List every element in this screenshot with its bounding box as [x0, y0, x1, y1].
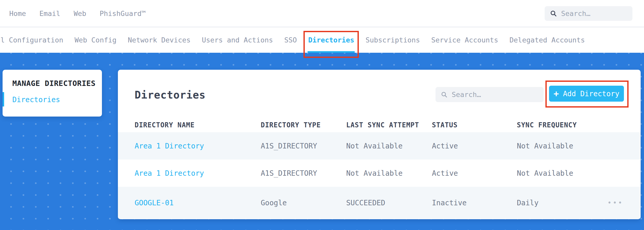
directories-panel: Directories + Add Directory DIRECTORY NA…	[118, 70, 641, 219]
directory-name-link[interactable]: GOOGLE-01	[135, 199, 261, 207]
row-actions-menu-icon[interactable]: •••	[607, 199, 624, 207]
directories-table: DIRECTORY NAMEDIRECTORY TYPELAST SYNC AT…	[118, 118, 641, 219]
tab-label: Web Config	[75, 36, 117, 44]
column-header-directory-name: DIRECTORY NAME	[135, 121, 261, 129]
status-cell: Active	[432, 142, 517, 150]
table-row: Area 1 DirectoryA1S_DIRECTORYNot Availab…	[118, 160, 641, 187]
tab-l-configuration[interactable]: l Configuration	[1, 27, 63, 53]
table-search[interactable]	[436, 87, 544, 102]
directory-type-cell: Google	[261, 199, 346, 207]
global-search-input[interactable]	[561, 10, 627, 17]
active-item-indicator	[3, 92, 4, 107]
tab-service-accounts[interactable]: Service Accounts	[431, 27, 498, 53]
table-row: Area 1 DirectoryA1S_DIRECTORYNot Availab…	[118, 132, 641, 160]
tab-label: Network Devices	[128, 36, 190, 44]
tab-sso[interactable]: SSO	[284, 27, 297, 53]
status-cell: Inactive	[432, 199, 517, 207]
tab-label: l Configuration	[1, 36, 63, 44]
last-sync-cell: Not Available	[346, 169, 432, 178]
primary-nav: HomeEmailWebPhishGuard™	[0, 10, 146, 17]
column-header-directory-type: DIRECTORY TYPE	[261, 121, 346, 129]
nav-item-phishguard[interactable]: PhishGuard™	[100, 10, 146, 17]
global-search[interactable]	[545, 6, 632, 21]
manage-directories-card: MANAGE DIRECTORIES Directories	[3, 70, 102, 117]
side-card-title: MANAGE DIRECTORIES	[3, 70, 102, 88]
search-icon	[441, 91, 448, 98]
sidebar-item-directories[interactable]: Directories	[3, 95, 102, 104]
tab-label: SSO	[284, 36, 297, 44]
plus-icon: +	[554, 89, 559, 98]
tab-web-config[interactable]: Web Config	[75, 27, 117, 53]
tab-delegated-accounts[interactable]: Delegated Accounts	[510, 27, 585, 53]
column-header-last-sync-attempt: LAST SYNC ATTEMPT	[346, 121, 432, 129]
sync-frequency-cell: Not Available	[517, 142, 607, 150]
column-header-sync-frequency: SYNC FREQUENCY	[517, 121, 607, 129]
directory-type-cell: A1S_DIRECTORY	[261, 169, 346, 178]
tab-label: Users and Actions	[202, 36, 273, 44]
nav-item-email[interactable]: Email	[39, 10, 60, 17]
tab-label: Delegated Accounts	[510, 36, 585, 44]
search-icon	[550, 10, 557, 17]
tab-label: Subscriptions	[365, 36, 420, 44]
tab-users-and-actions[interactable]: Users and Actions	[202, 27, 273, 53]
nav-item-home[interactable]: Home	[9, 10, 26, 17]
tab-subscriptions[interactable]: Subscriptions	[365, 27, 420, 53]
panel-title: Directories	[135, 89, 206, 101]
status-cell: Active	[432, 169, 517, 178]
directory-name-link[interactable]: Area 1 Directory	[135, 142, 261, 150]
last-sync-cell: Not Available	[346, 142, 432, 150]
directory-name-link[interactable]: Area 1 Directory	[135, 169, 261, 178]
table-row: GOOGLE-01GoogleSUCCEEDEDInactiveDaily•••	[118, 187, 641, 219]
last-sync-cell: SUCCEEDED	[346, 199, 432, 207]
sync-frequency-cell: Daily	[517, 199, 607, 207]
tab-directories[interactable]: Directories	[308, 27, 354, 53]
add-directory-label: Add Directory	[563, 90, 619, 98]
top-navigation-bar: HomeEmailWebPhishGuard™	[0, 0, 644, 27]
annotation-box-add-directory: + Add Directory	[545, 81, 629, 108]
column-header-status: STATUS	[432, 121, 517, 129]
panel-header: Directories + Add Directory	[118, 70, 641, 118]
page-background: MANAGE DIRECTORIES Directories Directori…	[0, 53, 644, 230]
add-directory-button[interactable]: + Add Directory	[549, 86, 624, 102]
directory-type-cell: A1S_DIRECTORY	[261, 142, 346, 150]
tab-label: Service Accounts	[431, 36, 498, 44]
secondary-tab-bar: l ConfigurationWeb ConfigNetwork Devices…	[0, 27, 644, 53]
sidebar-item-label: Directories	[12, 95, 60, 104]
nav-item-web[interactable]: Web	[74, 10, 86, 17]
table-search-input[interactable]	[452, 91, 538, 99]
tab-network-devices[interactable]: Network Devices	[128, 27, 190, 53]
tab-label: Directories	[308, 36, 354, 44]
table-header-row: DIRECTORY NAMEDIRECTORY TYPELAST SYNC AT…	[118, 118, 641, 132]
sync-frequency-cell: Not Available	[517, 169, 607, 178]
